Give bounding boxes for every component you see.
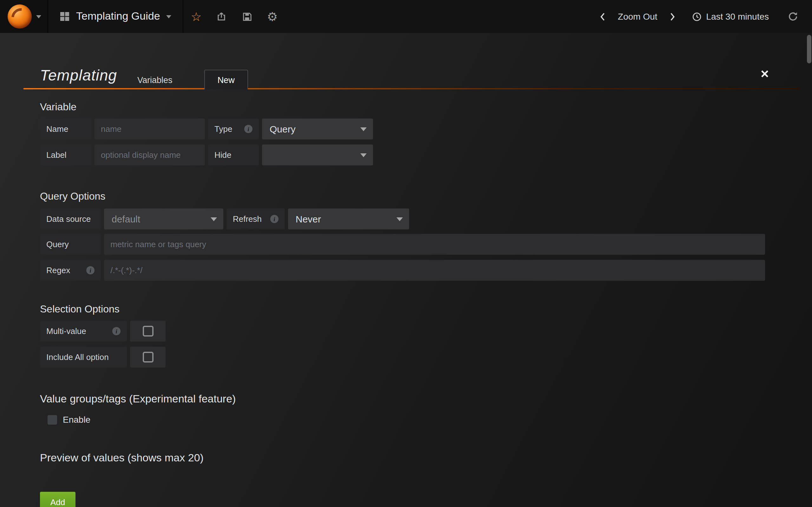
hide-select[interactable] <box>262 145 373 165</box>
tab-new[interactable]: New <box>204 70 248 89</box>
zoom-out-button[interactable]: Zoom Out <box>612 11 664 21</box>
editor-body: Variable Name Type Query Label Hide <box>40 101 765 507</box>
chevron-down-icon <box>360 153 367 157</box>
clock-icon <box>692 12 702 21</box>
refresh-button[interactable] <box>775 11 802 21</box>
info-icon[interactable] <box>86 266 95 274</box>
time-range-picker-button[interactable]: Last 30 minutes <box>682 11 775 21</box>
regex-label: Regex <box>40 260 101 281</box>
close-editor-button[interactable] <box>758 67 771 80</box>
multi-value-checkbox-container <box>130 321 165 342</box>
editor-header: Templating Variables New <box>23 33 800 89</box>
enable-checkbox[interactable] <box>48 415 57 424</box>
refresh-icon <box>788 11 798 21</box>
chevron-down-icon <box>397 217 403 221</box>
info-icon[interactable] <box>112 327 120 335</box>
include-all-label: Include All option <box>40 347 127 368</box>
refresh-label: Refresh <box>226 209 285 229</box>
data-source-label: Data source <box>40 209 101 229</box>
type-label: Type <box>208 118 259 139</box>
dashboard-grid-icon <box>60 11 70 21</box>
dashboard-title-button[interactable]: Templating Guide <box>48 0 184 33</box>
data-source-row: Data source default Refresh Never <box>40 209 765 229</box>
include-all-row: Include All option <box>40 347 765 368</box>
multi-value-label: Multi-value <box>40 321 127 342</box>
navbar: Templating Guide ☆ ⚙ Zoom Out <box>0 0 812 33</box>
query-row: Query <box>40 234 765 255</box>
gear-icon: ⚙ <box>267 10 278 22</box>
settings-button[interactable]: ⚙ <box>260 0 285 33</box>
name-label: Name <box>40 118 91 139</box>
type-select[interactable]: Query <box>262 118 373 139</box>
refresh-select[interactable]: Never <box>288 209 409 229</box>
name-input[interactable] <box>95 118 205 139</box>
share-dashboard-button[interactable] <box>209 0 235 33</box>
regex-input[interactable] <box>104 260 765 281</box>
label-input[interactable] <box>95 145 205 165</box>
regex-row: Regex <box>40 260 765 281</box>
enable-label: Enable <box>63 414 90 425</box>
query-input[interactable] <box>104 234 765 255</box>
label-label: Label <box>40 145 91 165</box>
variable-name-row: Name Type Query <box>40 118 765 139</box>
query-label: Query <box>40 234 101 255</box>
info-icon[interactable] <box>244 125 252 133</box>
zoom-out-label: Zoom Out <box>618 11 658 21</box>
templating-editor: Templating Variables New Variable Name T… <box>0 33 812 507</box>
refresh-select-value: Never <box>296 214 321 224</box>
info-icon[interactable] <box>270 215 278 223</box>
save-icon <box>242 12 252 21</box>
grafana-menu-button[interactable] <box>0 0 48 33</box>
chevron-down-icon <box>166 15 171 18</box>
multi-value-checkbox[interactable] <box>142 326 153 337</box>
dashboard-title: Templating Guide <box>76 10 160 23</box>
variable-section-heading: Variable <box>40 101 765 113</box>
variable-label-row: Label Hide <box>40 145 765 165</box>
include-all-checkbox[interactable] <box>142 352 153 362</box>
enable-row: Enable <box>40 414 765 425</box>
star-dashboard-button[interactable]: ☆ <box>184 0 209 33</box>
time-range-label: Last 30 minutes <box>706 11 769 21</box>
data-source-select[interactable]: default <box>104 209 223 229</box>
chevron-down-icon <box>211 217 217 221</box>
scrollbar-thumb[interactable] <box>807 35 811 63</box>
chevron-down-icon <box>36 15 41 18</box>
page-title: Templating <box>40 66 117 84</box>
save-dashboard-button[interactable] <box>235 0 260 33</box>
selection-options-heading: Selection Options <box>40 303 765 315</box>
close-icon <box>761 70 769 78</box>
data-source-select-value: default <box>112 214 140 224</box>
chevron-down-icon <box>360 127 367 131</box>
share-icon <box>217 11 227 21</box>
chevron-right-icon <box>670 12 676 21</box>
tab-variables[interactable]: Variables <box>123 70 187 89</box>
star-icon: ☆ <box>191 10 202 22</box>
time-shift-back-button[interactable] <box>593 12 612 21</box>
multi-value-row: Multi-value <box>40 321 765 342</box>
grafana-app: Templating Guide ☆ ⚙ Zoom Out <box>0 0 812 507</box>
chevron-left-icon <box>600 12 605 21</box>
navbar-right: Zoom Out Last 30 minutes <box>593 0 812 33</box>
hide-label: Hide <box>208 145 259 165</box>
query-options-heading: Query Options <box>40 191 765 202</box>
include-all-checkbox-container <box>130 347 165 368</box>
type-select-value: Query <box>270 124 296 134</box>
add-button[interactable]: Add <box>40 492 75 507</box>
value-groups-heading: Value groups/tags (Experimental feature) <box>40 393 765 406</box>
grafana-logo-icon <box>8 4 32 29</box>
preview-heading: Preview of values (shows max 20) <box>40 452 765 464</box>
time-shift-forward-button[interactable] <box>664 12 682 21</box>
